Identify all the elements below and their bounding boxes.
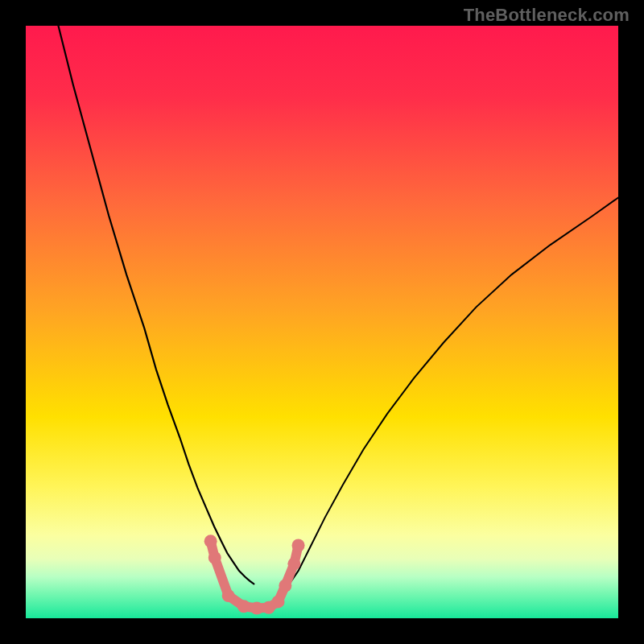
marker-dot — [292, 539, 305, 551]
chart-frame: TheBottleneck.com — [0, 0, 644, 644]
marker-dot — [279, 580, 291, 592]
right-curve — [290, 197, 618, 584]
marker-dot — [237, 600, 250, 613]
marker-dot — [204, 535, 217, 547]
left-curve — [58, 26, 254, 584]
watermark-text: TheBottleneck.com — [464, 5, 630, 26]
marker-dot — [222, 589, 235, 602]
marker-dot — [287, 557, 300, 570]
marker-dot — [272, 595, 285, 608]
marker-dot — [208, 551, 221, 564]
curves-layer — [26, 26, 618, 618]
plot-area — [26, 26, 618, 618]
marker-dot — [250, 601, 263, 614]
